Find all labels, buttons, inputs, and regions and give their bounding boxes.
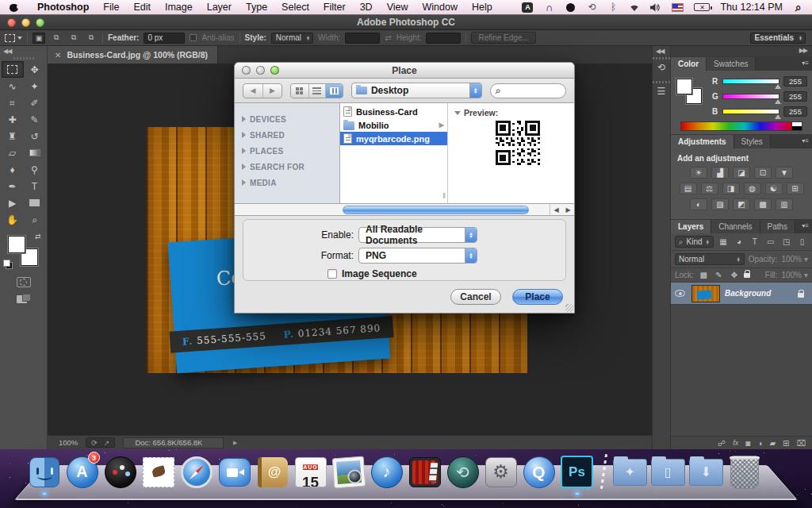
crop-tool[interactable]: ⌗ [2,94,24,111]
disclosure-triangle-icon[interactable] [242,179,246,186]
menu-select[interactable]: Select [274,0,316,15]
time-machine-status-icon[interactable] [586,2,597,13]
color-lookup-icon[interactable]: ⊞ [787,183,804,194]
format-select[interactable]: PNG ▲▼ [358,248,477,264]
scroll-right-arrow[interactable]: ▶ [565,206,570,214]
healing-brush-tool[interactable]: ✚ [2,111,24,128]
dock-calendar[interactable]: AUG 15 [293,455,327,489]
dock-contacts[interactable] [255,455,289,489]
dialog-resize-grip[interactable] [565,304,573,312]
tab-color[interactable]: Color [671,57,707,71]
slider-thumb[interactable] [775,99,781,104]
filter-adjustment-layers-icon[interactable]: ◕ [733,237,745,246]
swap-dimensions-icon[interactable]: ⇄ [385,33,391,42]
sidebar-item-shared[interactable]: SHARED [235,127,339,143]
volume-status-icon[interactable] [650,2,661,13]
threshold-icon[interactable]: ◩ [733,198,750,210]
channel-mixer-icon[interactable]: ☯ [765,183,783,194]
refine-edge-button[interactable]: Refine Edge... [471,32,535,44]
dock-facetime[interactable] [217,455,251,489]
blur-tool[interactable]: ♦ [2,161,24,178]
menu-layer[interactable]: Layer [200,0,239,15]
bluetooth-status-icon[interactable] [607,2,619,13]
new-group-icon[interactable]: ▰ [769,439,776,448]
slider-thumb[interactable] [775,84,781,89]
document-size-info[interactable]: Doc: 656.8K/656.8K [123,437,224,448]
hue-saturation-icon[interactable]: ▤ [680,183,697,194]
adobe-cc-status-icon[interactable]: A [522,2,533,13]
cancel-button[interactable]: Cancel [450,289,501,305]
new-selection-mode-button[interactable]: ▣ [33,33,45,44]
new-layer-icon[interactable]: ⊞ [783,439,789,448]
default-colors-icon[interactable] [3,260,13,269]
spotlight-icon[interactable] [793,2,804,13]
gradient-map-icon[interactable]: ▥ [776,198,793,210]
blue-value-input[interactable]: 255 [783,106,807,117]
dock-quicktime[interactable]: Q [522,455,556,489]
foreground-color-swatch[interactable] [676,79,692,94]
gradient-tool[interactable] [24,144,46,161]
menu-file[interactable]: File [96,0,126,15]
image-sequence-checkbox[interactable] [327,269,337,279]
filter-kind-select[interactable]: Kind ▲▼ [675,236,714,248]
search-input[interactable] [490,83,566,98]
panel-menu-icon[interactable]: ▾≡ [802,222,809,229]
place-dialog-title-bar[interactable]: Place [235,63,574,79]
eyedropper-tool[interactable]: ✐ [24,94,46,111]
history-panel-icon[interactable]: ⟲ [655,62,668,75]
tab-paths[interactable]: Paths [760,220,796,233]
exposure-icon[interactable]: ⊡ [754,167,772,179]
filter-shape-layers-icon[interactable]: ▭ [764,237,776,246]
dock-dashboard[interactable] [103,455,137,489]
menu-filter[interactable]: Filter [316,0,353,15]
selective-color-icon[interactable]: ▩ [754,198,772,210]
slider-thumb[interactable] [775,114,781,119]
invert-icon[interactable]: ◐ [690,198,707,210]
shape-tool[interactable] [24,194,46,211]
menu-edit[interactable]: Edit [126,0,158,15]
dock-photoshop[interactable]: Ps [560,455,594,489]
preview-header[interactable]: Preview: [454,108,568,117]
layer-visibility-eye-icon[interactable] [675,290,685,297]
layer-row-background[interactable]: Background [671,283,812,305]
anti-alias-checkbox[interactable] [190,34,197,41]
intersect-selection-mode-button[interactable]: ⧉ [85,33,98,44]
scrollbar-track[interactable] [341,204,550,215]
new-adjustment-layer-icon[interactable]: ◑ [757,439,762,448]
black-white-icon[interactable]: ◨ [722,183,740,194]
dock-documents-folder[interactable]: ▯ [651,455,685,489]
disclosure-triangle-icon[interactable] [242,132,246,138]
curves-icon[interactable]: ◪ [733,167,750,179]
add-to-selection-mode-button[interactable]: ⧉ [50,33,63,44]
lock-position-icon[interactable]: ✥ [729,271,740,279]
back-button[interactable]: ◀ [243,84,262,98]
height-input[interactable] [426,33,461,44]
filter-type-layers-icon[interactable]: T [749,237,760,246]
lasso-tool[interactable]: ∿ [2,78,24,94]
dock-time-machine[interactable]: ⟲ [446,455,480,489]
green-value-input[interactable]: 255 [783,91,807,102]
dock-downloads-folder[interactable]: ⬇ [689,455,723,489]
green-slider[interactable] [722,94,779,99]
scroll-left-arrow[interactable]: ◀ [553,206,558,214]
red-value-input[interactable]: 255 [783,76,807,87]
dock-iphoto[interactable] [331,455,366,489]
wifi-status-icon[interactable] [629,2,640,13]
style-select[interactable]: Normal ▲▼ [271,33,313,44]
color-balance-icon[interactable]: ⚖ [701,183,718,194]
blue-slider[interactable] [722,109,779,114]
sidebar-item-media[interactable]: MEDIA [235,175,339,190]
place-button[interactable]: Place [512,289,563,305]
forward-button[interactable]: ▶ [262,84,282,98]
history-brush-tool[interactable]: ↺ [24,128,46,144]
sidebar-item-places[interactable]: PLACES [235,143,339,159]
menu-photoshop[interactable]: Photoshop [30,0,96,15]
panel-menu-icon[interactable]: ▾≡ [802,60,809,67]
zoom-level-input[interactable]: 100% [59,438,78,447]
magic-wand-tool[interactable]: ✦ [24,78,46,94]
tool-preset-picker[interactable] [5,34,22,42]
dock-system-preferences[interactable]: ⚙ [484,455,518,489]
add-layer-mask-icon[interactable]: ◙ [745,439,750,448]
tab-styles[interactable]: Styles [734,135,771,148]
blend-mode-select[interactable]: Normal ▲▼ [675,253,745,265]
